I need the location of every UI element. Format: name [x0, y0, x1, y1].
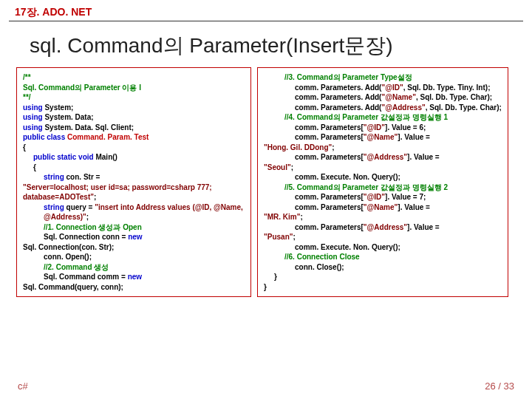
code: conn. Close(); — [264, 262, 502, 273]
code: ]. Value = — [407, 153, 440, 161]
string: "@ID" — [364, 193, 385, 201]
string: "@Name" — [364, 203, 398, 211]
code: ; — [86, 213, 89, 221]
keyword: string — [44, 173, 66, 181]
code: ]. Value = — [398, 203, 430, 211]
code: ]. Value = — [398, 133, 430, 141]
comment: //3. Command의 Parameter Type설정 — [264, 72, 502, 83]
comment: //5. Command의 Parameter 값설정과 명령실행 2 — [264, 183, 502, 193]
keyword: using — [23, 103, 44, 112]
code: { — [23, 143, 26, 151]
code: ; — [291, 163, 293, 171]
code: ; — [332, 143, 334, 151]
code: comm. Parameters. Add( — [295, 103, 381, 112]
comment: Sql. Command의 Parameter 이용 I — [23, 83, 141, 92]
keyword: new — [128, 233, 142, 241]
code: ; — [300, 213, 302, 221]
code: comm. Parameters[ — [295, 153, 364, 161]
string: "Seoul" — [264, 163, 291, 171]
string: "MR. Kim" — [264, 213, 300, 221]
code: comm. Parameters[ — [295, 123, 364, 132]
code: comm. Execute. Non. Query(); — [264, 172, 502, 183]
code: conn. Open(); — [23, 252, 245, 262]
code: ]. Value = 6; — [385, 123, 426, 132]
code: ; — [94, 193, 96, 201]
string: "Pusan" — [264, 233, 293, 241]
string: "@Address" — [364, 223, 407, 231]
code: comm. Parameters. Add( — [295, 83, 381, 92]
code: query = — [66, 203, 95, 211]
comment: //4. Command의 Parameter 값설정과 명령실행 1 — [264, 112, 502, 123]
keyword: using — [23, 123, 44, 132]
code: Main() — [95, 153, 117, 161]
slide-title: sql. Command의 Parameter(Insert문장) — [0, 27, 532, 67]
string: "@Name" — [364, 133, 398, 141]
comment: **/ — [23, 93, 31, 101]
code: ]. Value = 7; — [385, 193, 426, 201]
code: , Sql. Db. Type. Tiny. Int); — [403, 83, 491, 92]
code: comm. Parameters[ — [295, 133, 364, 141]
code: comm. Parameters. Add( — [295, 93, 381, 101]
code: Sql. Connection conn = — [44, 233, 128, 241]
code: con. Str = — [66, 173, 100, 181]
classname: Command. Param. Test — [67, 133, 149, 141]
code: , Sql. Db. Type. Char); — [426, 103, 502, 112]
code: } — [264, 272, 502, 282]
string: "@ID" — [381, 83, 403, 92]
code-left-box: /** Sql. Command의 Parameter 이용 I **/ usi… — [16, 67, 251, 297]
content-row: /** Sql. Command의 Parameter 이용 I **/ usi… — [0, 67, 532, 297]
code: Sql. Command comm = — [44, 273, 128, 281]
chapter-header: 17장. ADO. NET — [0, 0, 532, 21]
code: System. Data. Sql. Client; — [44, 123, 134, 132]
chapter-underline — [9, 21, 523, 21]
code: } — [264, 283, 267, 291]
keyword: new — [128, 273, 142, 281]
code: ; — [293, 233, 296, 241]
string: "@Address" — [364, 153, 407, 161]
string: "Hong. Gil. DDong" — [264, 143, 332, 151]
string: "Server=localhost; user id=sa; password=… — [23, 183, 212, 202]
keyword: public static void — [33, 153, 95, 161]
code: System. Data; — [44, 113, 93, 121]
comment: //2. Command 생성 — [23, 262, 245, 273]
code: comm. Parameters[ — [295, 203, 364, 211]
code: comm. Parameters[ — [295, 193, 364, 201]
code: comm. Parameters[ — [295, 223, 364, 231]
footer: c# 26 / 33 — [0, 381, 532, 392]
comment: /** — [23, 73, 31, 81]
keyword: using — [23, 113, 44, 121]
code: , Sql. Db. Type. Char); — [416, 93, 492, 101]
footer-right: 26 / 33 — [485, 381, 514, 392]
code: { — [23, 163, 245, 173]
string: "@Address" — [381, 103, 425, 112]
comment: //6. Connection Close — [264, 252, 502, 262]
string: "@Name" — [381, 93, 415, 101]
code-right-box: //3. Command의 Parameter Type설정 comm. Par… — [257, 67, 508, 297]
keyword: public class — [23, 133, 67, 141]
comment: //1. Connection 생성과 Open — [23, 222, 245, 233]
code: ]. Value = — [407, 223, 440, 231]
code: System; — [44, 103, 73, 112]
string: "@ID" — [364, 123, 385, 132]
code: Sql. Connection(con. Str); — [23, 243, 114, 251]
code: Sql. Command(query, conn); — [23, 283, 123, 291]
footer-left: c# — [18, 381, 28, 392]
keyword: string — [44, 203, 66, 211]
code: comm. Execute. Non. Query(); — [264, 242, 502, 253]
